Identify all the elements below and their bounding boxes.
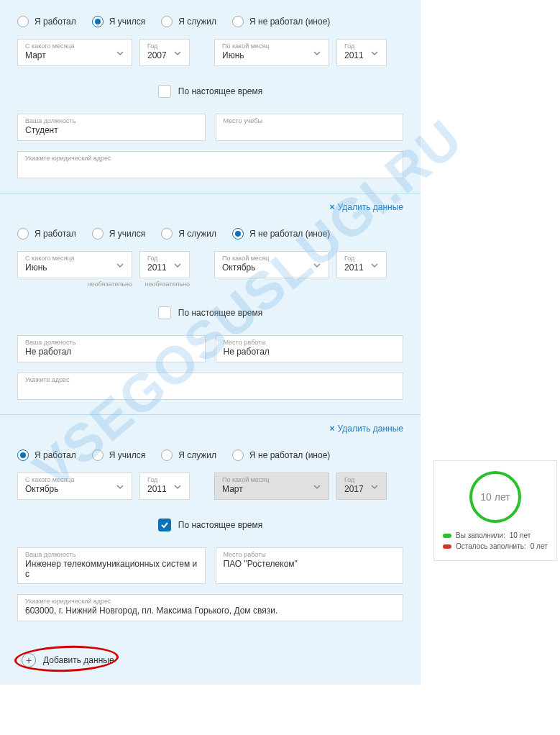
chevron-down-icon: [173, 47, 182, 56]
radio-worked[interactable]: Я работал: [17, 16, 76, 27]
progress-circle: 10 лет: [469, 471, 521, 523]
chevron-down-icon: [313, 260, 321, 268]
to-year-select: Год2017: [336, 472, 387, 500]
radio-icon: [232, 449, 244, 461]
to-month-select[interactable]: По какой месяцИюнь: [214, 39, 329, 66]
radio-icon: [92, 228, 104, 239]
chevron-down-icon: [370, 47, 379, 56]
remain-value: 0 лет: [531, 542, 548, 550]
present-checkbox[interactable]: [158, 85, 171, 98]
to-month-select: По какой месяцМарт: [214, 472, 329, 500]
radio-icon: [92, 16, 104, 27]
place-input[interactable]: Место работыНе работал: [216, 335, 404, 362]
chevron-down-icon: [313, 481, 321, 490]
employment-form: VSEGOSUSLUGI.RU Я работалЯ училсяЯ служи…: [0, 0, 421, 685]
chevron-down-icon: [370, 481, 379, 490]
progress-text: 10 лет: [480, 491, 510, 503]
to-year-select[interactable]: Год2011: [336, 39, 387, 66]
radio-served[interactable]: Я служил: [161, 228, 216, 239]
radio-icon: [17, 228, 29, 239]
radio-icon: [17, 16, 29, 27]
radio-icon: [232, 228, 244, 239]
employment-section: Я работалЯ училсяЯ служилЯ не работал (и…: [0, 212, 421, 415]
chevron-down-icon: [116, 260, 124, 268]
employment-section: Я работалЯ училсяЯ служилЯ не работал (и…: [0, 0, 421, 193]
from-month-select[interactable]: С какого месяцаИюнь: [17, 251, 132, 278]
add-data-button[interactable]: + Добавить данные: [17, 649, 124, 672]
place-input[interactable]: Место учебы: [216, 114, 404, 141]
close-icon: ×: [330, 424, 335, 434]
chevron-down-icon: [173, 481, 182, 490]
radio-icon: [92, 449, 104, 461]
activity-radio-group: Я работалЯ училсяЯ служилЯ не работал (и…: [17, 228, 403, 239]
radio-icon: [161, 228, 173, 239]
progress-widget: 10 лет Вы заполнили:10 лет Осталось запо…: [433, 460, 557, 561]
present-label: По настоящее время: [178, 86, 262, 96]
radio-studied[interactable]: Я учился: [92, 228, 145, 239]
radio-icon: [17, 449, 29, 461]
activity-radio-group: Я работалЯ училсяЯ служилЯ не работал (и…: [17, 16, 403, 27]
chevron-down-icon: [116, 47, 124, 56]
radio-studied[interactable]: Я учился: [92, 16, 145, 27]
chevron-down-icon: [116, 481, 124, 490]
to-month-select[interactable]: По какой месяцОктябрь: [214, 251, 329, 278]
pill-red-icon: [443, 544, 451, 549]
present-label: По настоящее время: [178, 520, 262, 530]
radio-served[interactable]: Я служил: [161, 16, 216, 27]
present-label: По настоящее время: [178, 308, 262, 318]
pill-green-icon: [443, 534, 451, 538]
radio-notWorked[interactable]: Я не работал (иное): [232, 228, 330, 239]
radio-icon: [161, 16, 173, 27]
from-month-select[interactable]: С какого месяцаОктябрь: [17, 472, 132, 500]
delete-data-link[interactable]: ×Удалить данные: [0, 193, 421, 212]
employment-section: Я работалЯ училсяЯ служилЯ не работал (и…: [0, 434, 421, 636]
radio-icon: [161, 449, 173, 461]
position-input[interactable]: Ваша должностьСтудент: [17, 114, 206, 141]
filled-label: Вы заполнили:: [456, 531, 505, 539]
chevron-down-icon: [313, 47, 321, 56]
from-month-select[interactable]: С какого месяцаМарт: [17, 39, 132, 66]
delete-data-link[interactable]: ×Удалить данные: [0, 415, 421, 434]
highlight-circle: [14, 644, 119, 673]
chevron-down-icon: [173, 260, 182, 268]
radio-worked[interactable]: Я работал: [17, 449, 76, 461]
from-year-select[interactable]: Год2011: [139, 251, 190, 278]
address-input[interactable]: Укажите юридический адрес603000, г. Нижн…: [17, 594, 403, 621]
filled-value: 10 лет: [510, 531, 531, 539]
present-checkbox[interactable]: [158, 306, 171, 319]
radio-studied[interactable]: Я учился: [92, 449, 145, 461]
close-icon: ×: [330, 202, 335, 212]
radio-served[interactable]: Я служил: [161, 449, 216, 461]
position-input[interactable]: Ваша должностьНе работал: [17, 335, 206, 362]
radio-notWorked[interactable]: Я не работал (иное): [232, 16, 330, 27]
position-input[interactable]: Ваша должностьИнженер телекоммуникационн…: [17, 547, 206, 584]
activity-radio-group: Я работалЯ училсяЯ служилЯ не работал (и…: [17, 449, 403, 461]
radio-worked[interactable]: Я работал: [17, 228, 76, 239]
present-checkbox[interactable]: [158, 519, 171, 531]
from-year-select[interactable]: Год2007: [139, 39, 190, 66]
chevron-down-icon: [370, 260, 379, 268]
radio-notWorked[interactable]: Я не работал (иное): [232, 449, 330, 461]
remain-label: Осталось заполнить:: [456, 542, 526, 550]
to-year-select[interactable]: Год2011: [336, 251, 387, 278]
place-input[interactable]: Место работыПАО "Ростелеком": [216, 547, 404, 584]
from-year-select[interactable]: Год2011: [139, 472, 190, 500]
radio-icon: [232, 16, 244, 27]
address-input[interactable]: Укажите юридический адрес: [17, 151, 403, 178]
address-input[interactable]: Укажите адрес: [17, 373, 403, 400]
